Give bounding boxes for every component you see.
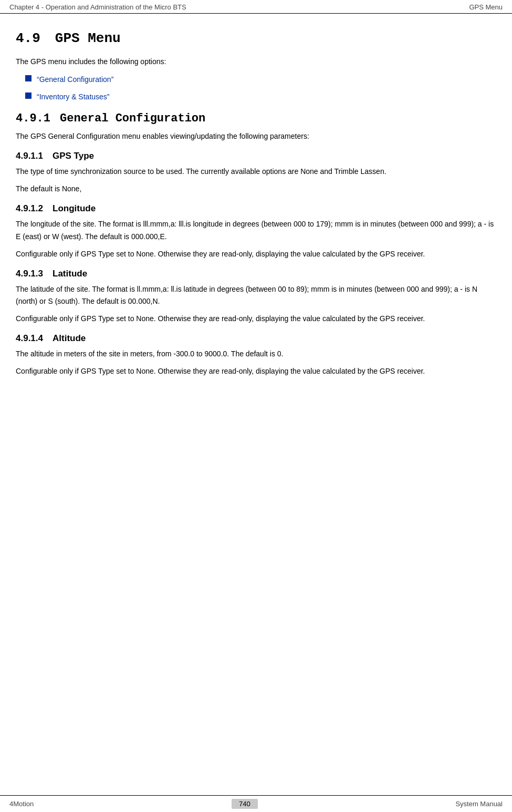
section-4911-heading: 4.9.1.1 GPS Type [16, 151, 496, 161]
section-4914-num: 4.9.1.4 [16, 333, 43, 344]
header-bar: Chapter 4 - Operation and Administration… [0, 0, 512, 14]
section-4911-title: GPS Type [53, 151, 94, 161]
section-491-title: General Configuration [60, 112, 205, 125]
section-4912-heading: 4.9.1.2 Longitude [16, 203, 496, 214]
section-4914-title: Altitude [53, 333, 86, 344]
inventory-statuses-link[interactable]: “Inventory & Statuses” [37, 91, 110, 102]
footer-left: 4Motion [9, 800, 34, 808]
header-left: Chapter 4 - Operation and Administration… [9, 3, 186, 11]
footer-page-number: 740 [232, 799, 258, 809]
bullet-item-2: “Inventory & Statuses” [25, 91, 496, 102]
section-49-bullets: “General Configuration” “Inventory & Sta… [25, 74, 496, 102]
main-content: 4.9 GPS Menu The GPS menu includes the f… [0, 14, 512, 425]
section-49-intro: The GPS menu includes the following opti… [16, 56, 496, 67]
general-config-link[interactable]: “General Configuration” [37, 74, 113, 85]
section-4912-num: 4.9.1.2 [16, 203, 43, 214]
section-4911-para2: The default is None, [16, 183, 496, 195]
section-4914-para2: Configurable only if GPS Type set to Non… [16, 365, 496, 377]
section-491-intro: The GPS General Configuration menu enabl… [16, 130, 496, 142]
footer-bar: 4Motion 740 System Manual [0, 795, 512, 812]
footer-right: System Manual [455, 800, 503, 808]
section-4914-heading: 4.9.1.4 Altitude [16, 333, 496, 344]
section-49-num: 4.9 [16, 30, 40, 46]
header-right: GPS Menu [469, 3, 503, 11]
section-49-title: GPS Menu [55, 30, 121, 46]
section-4912-para1: The longitude of the site. The format is… [16, 218, 496, 242]
section-4913-title: Latitude [53, 269, 87, 279]
section-4913-para1: The latitude of the site. The format is … [16, 283, 496, 307]
section-4913-para2: Configurable only if GPS Type set to Non… [16, 313, 496, 325]
bullet-item-1: “General Configuration” [25, 74, 496, 85]
bullet-square-1 [25, 75, 32, 81]
section-4912-title: Longitude [53, 203, 96, 214]
section-4911-para1: The type of time synchronization source … [16, 166, 496, 178]
section-49-heading: 4.9 GPS Menu [16, 30, 496, 46]
section-4911-num: 4.9.1.1 [16, 151, 43, 161]
section-4914-para1: The altitude in meters of the site in me… [16, 348, 496, 360]
bullet-square-2 [25, 92, 32, 99]
section-4913-heading: 4.9.1.3 Latitude [16, 269, 496, 279]
section-4912-para2: Configurable only if GPS Type set to Non… [16, 248, 496, 260]
section-4913-num: 4.9.1.3 [16, 269, 43, 279]
section-491-num: 4.9.1 [16, 112, 50, 125]
section-491-heading: 4.9.1 General Configuration [16, 112, 496, 125]
